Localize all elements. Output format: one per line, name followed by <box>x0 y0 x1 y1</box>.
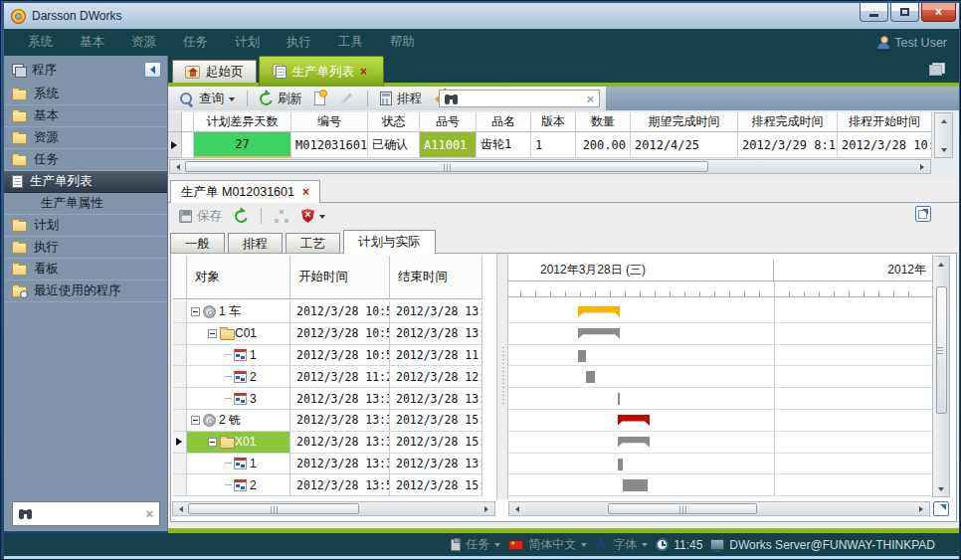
row-marker[interactable] <box>173 345 187 367</box>
end-time-cell[interactable]: 2012/3/28 13:40 <box>390 301 482 323</box>
gantt-bar[interactable] <box>618 393 621 405</box>
end-time-cell[interactable]: 2012/3/28 15:30 <box>390 474 482 496</box>
security-button[interactable] <box>298 207 328 225</box>
row-marker[interactable] <box>168 132 182 158</box>
detail-refresh-button[interactable] <box>232 208 251 225</box>
document-tab[interactable]: 生产单列表× <box>259 56 385 87</box>
row-marker[interactable] <box>173 323 187 345</box>
table-hscrollbar[interactable] <box>172 501 495 516</box>
grid-cell[interactable]: 27 <box>194 132 291 158</box>
task-dropdown[interactable]: 任务 <box>451 536 500 553</box>
grid-cell[interactable]: M012031601 <box>291 132 368 158</box>
clear-search-icon[interactable]: × <box>586 93 594 105</box>
close-tab-icon[interactable]: × <box>302 186 309 198</box>
gantt-popout-icon[interactable] <box>933 501 949 516</box>
document-tab[interactable]: 起始页 <box>172 60 257 83</box>
start-time-cell[interactable]: 2012/3/28 10:52 <box>290 345 390 367</box>
query-button[interactable]: 查询 <box>176 89 238 109</box>
menu-item[interactable]: 帮助 <box>390 34 415 51</box>
end-time-cell[interactable]: 2012/3/28 11:22 <box>390 345 482 367</box>
gantt-hscrollbar[interactable] <box>508 501 930 516</box>
end-time-cell[interactable]: 2012/3/28 12:00 <box>390 366 482 388</box>
start-time-cell[interactable]: 2012/3/28 10:52 <box>290 323 390 345</box>
gantt-vscrollbar[interactable] <box>932 256 950 497</box>
column-header[interactable]: 期望完成时间 <box>631 112 738 132</box>
menu-item[interactable]: 工具 <box>338 34 363 51</box>
new-button[interactable] <box>311 90 328 107</box>
refresh-button[interactable]: 刷新 <box>257 89 305 109</box>
dropdown-icon[interactable] <box>642 543 648 550</box>
schedule-button[interactable]: 排程 <box>377 89 425 109</box>
column-header[interactable]: 品名 <box>477 112 531 132</box>
column-header[interactable]: 数量 <box>576 112 631 132</box>
table-column-header[interactable]: 开始时间 <box>290 256 390 299</box>
row-marker[interactable] <box>173 410 187 432</box>
language-dropdown[interactable]: 简体中文 <box>508 536 587 553</box>
menu-item[interactable]: 执行 <box>287 34 311 51</box>
scroll-up-icon[interactable] <box>937 113 950 125</box>
scroll-up-icon[interactable] <box>935 257 948 269</box>
font-dropdown[interactable]: A 字体 <box>595 536 648 553</box>
start-time-cell[interactable]: 2012/3/28 13:30 <box>290 432 390 454</box>
clear-search-icon[interactable]: × <box>145 507 153 520</box>
start-time-cell[interactable]: 2012/3/28 11:22 <box>290 366 390 388</box>
menu-item[interactable]: 任务 <box>183 34 208 51</box>
gantt-bar[interactable] <box>623 479 648 491</box>
grid-cell[interactable]: 200.00 <box>576 132 631 158</box>
start-time-cell[interactable]: 2012/3/28 13:30 <box>290 454 390 475</box>
orders-grid-hscrollbar[interactable] <box>169 159 931 174</box>
sidebar-item[interactable]: 任务 <box>4 149 167 171</box>
object-cell[interactable]: 2 <box>187 474 290 496</box>
row-marker[interactable] <box>173 366 187 388</box>
end-time-cell[interactable]: 2012/3/28 15:40 <box>390 432 482 454</box>
save-button[interactable]: 保存 <box>176 206 225 227</box>
sidebar-item[interactable]: 最近使用的程序 <box>4 280 167 302</box>
sidebar-item[interactable]: 系统 <box>4 84 167 105</box>
grid-cell[interactable]: 2012/3/28 10:52 <box>838 132 932 158</box>
scroll-down-icon[interactable] <box>937 145 950 157</box>
scroll-right-icon[interactable] <box>916 503 929 515</box>
detail-tab[interactable]: 计划与实际 <box>343 230 436 254</box>
row-marker[interactable] <box>173 454 187 475</box>
start-time-cell[interactable]: 2012/3/28 13:30 <box>290 388 390 410</box>
grid-cell[interactable]: A11001 <box>420 132 477 158</box>
table-column-header[interactable]: 结束时间 <box>390 256 482 299</box>
end-time-cell[interactable]: 2012/3/28 13:50 <box>390 454 482 475</box>
splitter[interactable] <box>496 254 508 499</box>
detail-tab[interactable]: 排程 <box>228 233 283 254</box>
end-time-cell[interactable]: 2012/3/28 13:40 <box>390 323 482 345</box>
sidebar-item[interactable]: 计划 <box>4 215 167 237</box>
gantt-bar[interactable] <box>618 459 623 470</box>
scroll-left-icon[interactable] <box>509 503 522 515</box>
sidebar-search[interactable]: × <box>12 501 160 526</box>
column-header[interactable]: 排程开始时间 <box>838 112 932 132</box>
edit-button[interactable] <box>334 95 358 102</box>
column-header[interactable]: 版本 <box>531 112 576 132</box>
column-header[interactable]: 排程完成时间 <box>738 112 838 132</box>
sidebar-item[interactable]: 执行 <box>4 237 167 259</box>
grid-cell[interactable] <box>182 132 194 158</box>
grid-cell[interactable]: 齿轮1 <box>477 132 531 158</box>
gantt-bar[interactable] <box>586 371 596 383</box>
column-header[interactable]: 编号 <box>291 112 368 132</box>
row-marker[interactable] <box>173 432 187 454</box>
row-marker[interactable] <box>173 474 187 496</box>
flow-button[interactable] <box>272 208 291 225</box>
expand-box-icon[interactable] <box>191 307 200 316</box>
dropdown-icon[interactable] <box>581 543 587 550</box>
column-header[interactable] <box>182 112 194 132</box>
sidebar-item[interactable]: 生产单属性 <box>4 193 167 215</box>
detail-tab[interactable]: 工艺 <box>286 233 340 254</box>
expand-box-icon[interactable] <box>208 438 217 447</box>
grid-cell[interactable]: 已确认 <box>368 132 420 158</box>
menu-item[interactable]: 资源 <box>131 34 156 51</box>
dropdown-icon[interactable] <box>319 215 325 222</box>
grid-cell[interactable]: 2012/3/29 8:15 <box>738 132 838 158</box>
dropdown-icon[interactable] <box>494 543 500 550</box>
object-cell[interactable]: 2 铣 <box>187 410 290 432</box>
menu-item[interactable]: 系统 <box>28 34 53 51</box>
sidebar-item[interactable]: 生产单列表 <box>4 171 167 193</box>
sidebar-item[interactable]: 基本 <box>4 105 167 127</box>
toolbar-search-input[interactable]: × <box>439 90 600 107</box>
row-marker[interactable] <box>173 388 187 410</box>
